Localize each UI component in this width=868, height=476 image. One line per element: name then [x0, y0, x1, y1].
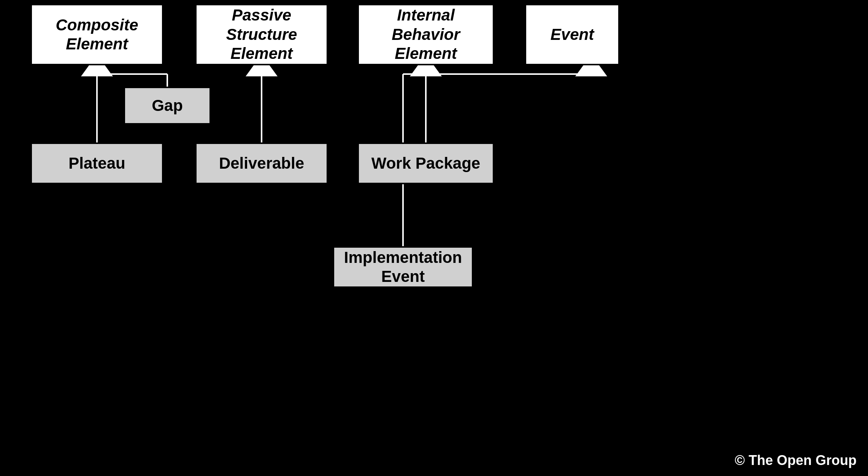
diagram-container: Composite Element Passive Structure Elem… [0, 0, 868, 476]
deliverable-label: Deliverable [219, 154, 304, 173]
copyright-text: © The Open Group [735, 452, 857, 468]
composite-element-label: Composite Element [36, 16, 158, 54]
work-package-box: Work Package [357, 142, 494, 184]
implementation-event-box: Implementation Event [333, 246, 473, 288]
gap-label: Gap [152, 96, 183, 115]
passive-structure-element-box: Passive Structure Element [195, 4, 328, 65]
internal-behavior-element-label: Internal Behavior Element [363, 6, 489, 63]
deliverable-box: Deliverable [195, 142, 328, 184]
event-box: Event [525, 4, 620, 65]
composite-element-box: Composite Element [30, 4, 163, 65]
plateau-label: Plateau [68, 154, 125, 173]
event-label: Event [551, 25, 594, 44]
passive-structure-element-label: Passive Structure Element [200, 6, 323, 63]
gap-box: Gap [124, 87, 211, 125]
implementation-event-label: Implementation Event [338, 248, 468, 286]
work-package-label: Work Package [371, 154, 480, 173]
diagram-svg [0, 0, 868, 476]
plateau-box: Plateau [30, 142, 163, 184]
internal-behavior-element-box: Internal Behavior Element [357, 4, 494, 65]
